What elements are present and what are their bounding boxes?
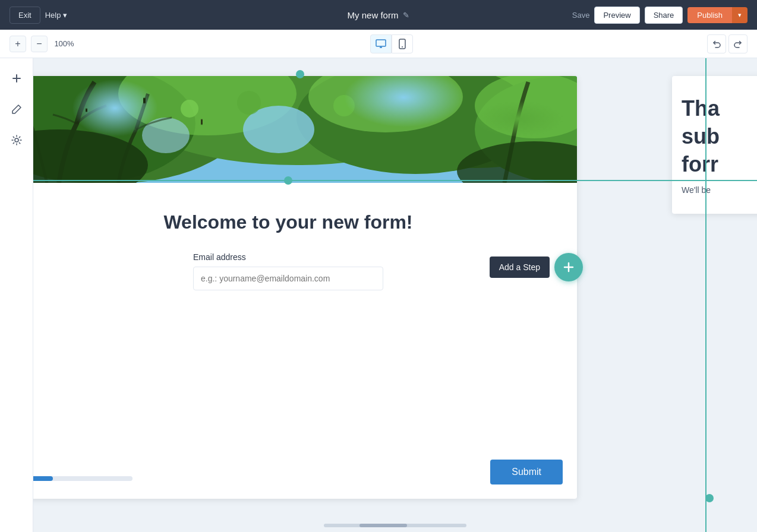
svg-point-12 [118, 76, 297, 135]
pencil-icon [11, 104, 22, 115]
mobile-icon [399, 39, 406, 49]
canvas-area: Welcome to your new form! Email address … [33, 58, 757, 532]
svg-point-2 [402, 46, 403, 48]
email-field-group: Email address [193, 252, 383, 290]
main-layout: Welcome to your new form! Email address … [0, 58, 757, 532]
progress-bar-container [33, 476, 133, 481]
steps-row: Welcome to your new form! Email address … [33, 76, 757, 499]
exit-button[interactable]: Exit [10, 7, 40, 24]
svg-point-14 [475, 76, 577, 138]
top-connector-dot [296, 70, 304, 78]
redo-button[interactable] [728, 34, 747, 53]
gear-icon [11, 134, 23, 146]
undo-icon [712, 39, 721, 49]
horizontal-connector-line [33, 180, 757, 181]
svg-rect-4 [33, 76, 577, 183]
add-step-button[interactable] [554, 253, 583, 281]
add-icon [11, 72, 23, 84]
svg-point-15 [243, 106, 314, 153]
add-step-label: Add a Step [490, 256, 550, 278]
svg-point-21 [333, 95, 355, 116]
svg-point-10 [297, 76, 534, 174]
zoom-level: 100% [52, 39, 76, 48]
svg-point-13 [308, 76, 463, 132]
add-step-tooltip: Add a Step [490, 253, 583, 281]
submit-button[interactable]: Submit [490, 460, 563, 484]
form-body: Welcome to your new form! Email address [33, 183, 577, 450]
toolbar-center [370, 34, 413, 53]
sidebar-settings-button[interactable] [6, 129, 27, 151]
publish-button[interactable]: Publish [687, 7, 732, 23]
desktop-view-button[interactable] [370, 34, 392, 53]
top-bar-right: Save Preview Share Publish ▾ [572, 7, 747, 24]
form-title: My new form ✎ [348, 10, 410, 20]
email-label: Email address [193, 252, 383, 262]
svg-rect-0 [376, 40, 386, 46]
hero-svg [33, 76, 577, 183]
form-card: Welcome to your new form! Email address … [33, 76, 577, 499]
redo-icon [733, 39, 743, 49]
horizontal-scrollbar[interactable] [324, 524, 466, 527]
thank-you-card: Thasubforr We'll be [672, 76, 757, 214]
svg-point-9 [33, 76, 195, 183]
vertical-connector-line [705, 58, 706, 532]
left-sidebar [0, 58, 33, 532]
svg-point-19 [181, 100, 198, 118]
undo-button[interactable] [707, 34, 726, 53]
svg-point-3 [15, 138, 18, 142]
save-button[interactable]: Save [572, 11, 590, 20]
form-step-wrapper: Welcome to your new form! Email address … [33, 76, 577, 499]
zoom-in-button[interactable]: + [10, 36, 26, 52]
publish-button-group: Publish ▾ [687, 7, 747, 23]
svg-point-18 [457, 141, 577, 183]
add-step-plus-icon [562, 261, 575, 274]
mobile-view-button[interactable] [392, 34, 413, 53]
svg-point-11 [475, 76, 577, 183]
share-button[interactable]: Share [645, 7, 683, 24]
progress-bar-fill [33, 476, 53, 481]
help-button[interactable]: Help ▾ [45, 11, 68, 20]
svg-point-17 [33, 129, 148, 183]
svg-point-8 [344, 76, 577, 168]
toolbar-right [707, 34, 747, 53]
top-bar-left: Exit Help ▾ [10, 7, 67, 24]
progress-section: 1 of 3 [33, 464, 133, 481]
thank-you-text-partial: Thasubforr [682, 95, 757, 178]
sidebar-add-button[interactable] [6, 68, 27, 89]
svg-point-16 [142, 118, 190, 153]
toolbar-left: + − 100% [10, 36, 76, 52]
publish-caret-button[interactable]: ▾ [732, 7, 747, 23]
bottom-connector-dot [705, 494, 714, 502]
form-top-dot [284, 176, 292, 185]
hero-image [33, 76, 577, 183]
email-input[interactable] [193, 267, 383, 290]
thank-you-subtext-partial: We'll be [682, 185, 757, 195]
svg-point-6 [33, 76, 249, 183]
form-footer: 1 of 3 Submit [33, 450, 577, 499]
edit-title-icon[interactable]: ✎ [403, 11, 409, 20]
top-bar-center: My new form ✎ [348, 10, 410, 20]
svg-point-20 [237, 91, 261, 115]
secondary-toolbar: + − 100% [0, 30, 757, 58]
progress-label: 1 of 3 [33, 464, 133, 473]
scrollbar-thumb [359, 524, 407, 527]
desktop-icon [376, 39, 386, 49]
sidebar-edit-button[interactable] [6, 99, 27, 120]
svg-point-7 [118, 76, 475, 165]
svg-rect-5 [33, 76, 577, 183]
preview-button[interactable]: Preview [594, 7, 639, 24]
form-heading: Welcome to your new form! [163, 211, 412, 233]
zoom-out-button[interactable]: − [31, 36, 48, 52]
top-bar: Exit Help ▾ My new form ✎ Save Preview S… [0, 0, 757, 30]
